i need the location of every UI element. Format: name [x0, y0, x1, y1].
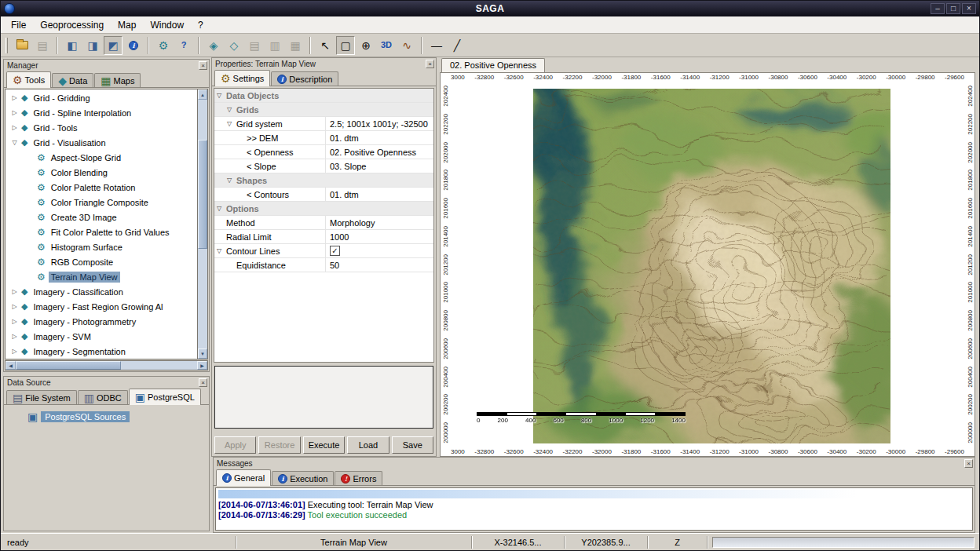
help-button[interactable]: ?: [174, 36, 193, 55]
property-value[interactable]: 01. dtm: [330, 133, 359, 143]
tree-item[interactable]: ▷◆Grid - Gridding: [5, 90, 197, 105]
collapse-arrow-icon[interactable]: ▽: [217, 92, 226, 99]
contour-lines-checkbox[interactable]: ✓: [330, 246, 340, 256]
scroll-thumb[interactable]: [198, 140, 207, 249]
zoom-tool-button[interactable]: ▢: [336, 36, 355, 55]
postgresql-sources-item[interactable]: ▣PostgreSQL Sources: [4, 411, 209, 422]
tree-item[interactable]: ▷◆Grid - Spline Interpolation: [5, 105, 197, 120]
maximize-button[interactable]: □: [946, 3, 960, 14]
property-row[interactable]: ▽Grid system2.5; 1001x 1001y; -32500: [214, 117, 433, 131]
property-row[interactable]: < Openness02. Positive Openness: [214, 145, 433, 159]
tab-maps[interactable]: ▦Maps: [94, 73, 141, 87]
menu-help[interactable]: ?: [191, 17, 210, 33]
expander-icon[interactable]: ▷: [11, 94, 18, 101]
tab-file-system[interactable]: ▤File System: [6, 390, 77, 404]
close-data-source-panel-button[interactable]: ×: [199, 378, 207, 387]
property-value[interactable]: 1000: [330, 232, 349, 242]
expander-icon[interactable]: ▷: [11, 303, 18, 310]
save-button[interactable]: Save: [392, 436, 433, 454]
menu-window[interactable]: Window: [143, 17, 191, 33]
property-row[interactable]: Radial Limit1000: [214, 230, 433, 244]
menu-map[interactable]: Map: [111, 17, 143, 33]
tree-item[interactable]: ⚙Color Palette Rotation: [5, 180, 197, 195]
collapse-arrow-icon[interactable]: ▽: [227, 120, 236, 127]
tab-settings[interactable]: ⚙Settings: [214, 70, 270, 86]
tree-vertical-scrollbar[interactable]: ▲ ▼: [197, 89, 208, 359]
close-properties-panel-button[interactable]: ×: [426, 60, 434, 68]
map-document[interactable]: 3000-32800-32600-32400-32200-32000-31800…: [440, 72, 975, 457]
tab-errors[interactable]: !Errors: [335, 471, 382, 485]
tab-general[interactable]: iGeneral: [216, 469, 271, 486]
close-messages-panel-button[interactable]: ×: [964, 459, 973, 468]
tree-item[interactable]: ▷◆Imagery - SVM: [5, 329, 197, 344]
close-button[interactable]: ×: [962, 3, 976, 14]
tree-item[interactable]: ▷◆Imagery - Fast Region Growing Al: [5, 299, 197, 314]
scroll-up-arrow[interactable]: ▲: [198, 89, 207, 100]
show-messages-window-button[interactable]: i: [124, 36, 143, 55]
pointer-tool-button[interactable]: ↖: [316, 36, 335, 55]
tree-item[interactable]: ⚙Histogram Surface: [5, 239, 197, 254]
tree-item[interactable]: ⚙Color Triangle Composite: [5, 195, 197, 210]
load-button[interactable]: Load: [347, 436, 389, 454]
tree-item[interactable]: ▷◆Imagery - Photogrammetry: [5, 314, 197, 329]
show-data-source-window-button[interactable]: ◨: [83, 36, 102, 55]
tree-item[interactable]: ⚙RGB Composite: [5, 254, 197, 269]
digitize-pen-button[interactable]: ╱: [448, 36, 466, 55]
tab-postgresql[interactable]: ▣PostgreSQL: [129, 389, 201, 405]
property-value[interactable]: 01. dtm: [330, 190, 359, 199]
property-row[interactable]: MethodMorphology: [214, 216, 433, 230]
property-row[interactable]: ▽Contour Lines✓: [214, 244, 433, 258]
message-log[interactable]: [2014-06-07/13:46:01] Executing tool: Te…: [215, 487, 973, 531]
pan-tool-button[interactable]: ⊕: [357, 36, 375, 55]
property-value[interactable]: 50: [330, 261, 339, 270]
profile-tool-button[interactable]: ∿: [397, 36, 416, 55]
tree-item[interactable]: ▷◆Imagery - Segmentation: [5, 344, 197, 359]
show-manager-window-button[interactable]: ◧: [63, 36, 82, 55]
collapse-arrow-icon[interactable]: ▽: [217, 205, 226, 212]
tab-tools[interactable]: ⚙Tools: [6, 71, 51, 88]
tab-description[interactable]: iDescription: [271, 71, 338, 86]
property-value[interactable]: 02. Positive Openness: [330, 148, 416, 157]
close-manager-panel-button[interactable]: ×: [199, 61, 207, 70]
tree-horizontal-scrollbar[interactable]: ◀ ▶: [5, 360, 208, 370]
property-row[interactable]: Equidistance50: [214, 258, 433, 272]
tree-item[interactable]: ⚙Create 3D Image: [5, 210, 197, 224]
scroll-right-arrow[interactable]: ▶: [197, 361, 207, 370]
tree-item[interactable]: ⚙Aspect-Slope Grid: [5, 150, 197, 165]
expander-icon[interactable]: ▷: [11, 348, 18, 355]
collapse-arrow-icon[interactable]: ▽: [227, 106, 236, 113]
tool-tree[interactable]: ▷◆Grid - Gridding▷◆Grid - Spline Interpo…: [5, 89, 197, 359]
property-value[interactable]: 03. Slope: [330, 162, 366, 171]
open-file-button[interactable]: [13, 36, 31, 55]
property-row[interactable]: >> DEM01. dtm: [214, 131, 433, 145]
run-tool-button[interactable]: ◈: [204, 36, 223, 55]
show-properties-window-button[interactable]: ◩: [104, 36, 122, 55]
expander-icon[interactable]: ▷: [11, 109, 18, 116]
menu-file[interactable]: File: [4, 17, 33, 33]
menu-geoprocessing[interactable]: Geoprocessing: [33, 17, 111, 33]
tree-item[interactable]: ▽◆Grid - Visualisation: [5, 135, 197, 150]
tab-data[interactable]: ◆Data: [52, 73, 93, 87]
tree-item[interactable]: ⚙Terrain Map View: [5, 269, 197, 284]
expander-icon[interactable]: ▷: [11, 333, 18, 340]
tab-execution[interactable]: iExecution: [272, 471, 334, 485]
property-row[interactable]: < Contours01. dtm: [214, 188, 433, 202]
tree-item[interactable]: ⚙Color Blending: [5, 165, 197, 180]
minimize-button[interactable]: –: [931, 3, 945, 14]
property-grid[interactable]: ▽Data Objects▽Grids▽Grid system2.5; 1001…: [214, 88, 434, 363]
tree-item[interactable]: ⚙Fit Color Palette to Grid Values: [5, 224, 197, 239]
expander-icon[interactable]: ▷: [11, 318, 18, 325]
scroll-thumb[interactable]: [16, 361, 121, 370]
execute-button[interactable]: Execute: [303, 436, 345, 454]
expander-icon[interactable]: ▷: [11, 288, 18, 295]
tool-libraries-button[interactable]: ⚙: [154, 36, 173, 55]
tree-item[interactable]: ▷◆Grid - Tools: [5, 120, 197, 135]
scroll-left-arrow[interactable]: ◀: [5, 361, 16, 370]
terrain-image[interactable]: [533, 89, 890, 443]
tool-settings-button[interactable]: ◇: [225, 36, 243, 55]
measure-distance-button[interactable]: —: [427, 36, 446, 55]
expander-icon[interactable]: ▷: [11, 124, 18, 131]
tab-odbc[interactable]: ▥ODBC: [78, 390, 128, 404]
view-3d-button[interactable]: 3D: [377, 36, 396, 55]
property-value[interactable]: Morphology: [330, 218, 375, 228]
